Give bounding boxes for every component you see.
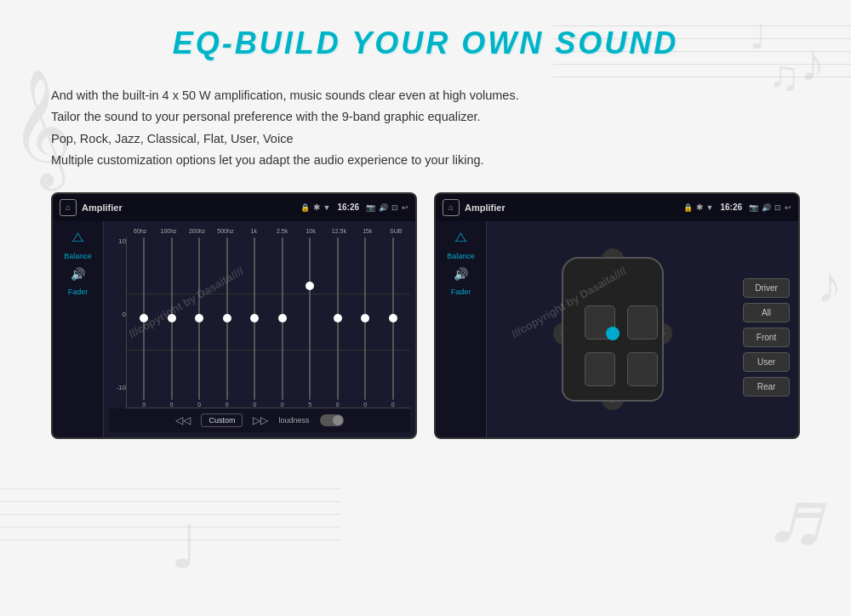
lock-icon-r: 🔒	[683, 203, 693, 212]
camera-icon: 📷	[366, 203, 375, 212]
bt-icon-r: ✱	[696, 202, 703, 212]
freq-sub: SUB	[384, 228, 408, 234]
screens-container: ⌂ Amplifier 🔒 ✱ ▼ 16:26 📷 🔊 ⊡ ↩ ⧍	[51, 192, 800, 439]
freq-12-5k: 12.5k	[327, 228, 351, 234]
signal-icon-r: ▼	[706, 203, 714, 212]
car-diagram: ▲ ▼ ◀ ▶	[553, 248, 672, 410]
seat-rear-left	[585, 352, 615, 386]
eq-val-3: 0	[197, 402, 201, 408]
fader-status-icons: 🔒 ✱ ▼ 16:26 📷 🔊 ⊡ ↩	[683, 202, 792, 212]
eq-top-bar: ⌂ Amplifier 🔒 ✱ ▼ 16:26 📷 🔊 ⊡ ↩	[53, 194, 415, 221]
freq-10k: 10k	[299, 228, 323, 234]
eq-band-3[interactable]: 0	[189, 237, 209, 408]
driver-button[interactable]: Driver	[743, 278, 790, 298]
bt-icon: ✱	[313, 202, 320, 212]
eq-screen: ⌂ Amplifier 🔒 ✱ ▼ 16:26 📷 🔊 ⊡ ↩ ⧍	[51, 192, 417, 439]
eq-bottom-bar: ◁◁ Custom ▷▷ loudness	[109, 408, 410, 432]
eq-band-9[interactable]: 0	[355, 237, 375, 408]
y-label-0: 0	[109, 311, 126, 318]
slider-handle-10[interactable]	[389, 314, 397, 322]
fader-screen-title: Amplifier	[465, 202, 678, 213]
desc-line-2: Tailor the sound to your personal prefer…	[51, 106, 749, 128]
eq-band-8[interactable]: 0	[328, 237, 348, 408]
balance-label-left: Balance	[64, 252, 92, 260]
seat-rear-right	[627, 352, 658, 386]
eq-sliders: 0 0	[127, 237, 410, 408]
eq-sliders-icon: ⧍	[71, 230, 84, 245]
volume-icon-left: 🔊	[71, 267, 85, 281]
y-label-10: 10	[109, 237, 126, 245]
expand-icon-r: ⊡	[774, 203, 781, 212]
rear-button[interactable]: Rear	[743, 377, 790, 396]
music-note-decoration-br: ♬	[758, 460, 845, 571]
fader-time: 16:26	[720, 202, 742, 212]
freq-500hz: 500hz	[214, 228, 237, 234]
slider-handle-1[interactable]	[140, 314, 148, 322]
eq-band-5[interactable]: 0	[244, 237, 265, 408]
all-button[interactable]: All	[743, 303, 790, 322]
eq-bars-container: 0 0	[126, 237, 410, 408]
eq-band-7[interactable]: 5	[300, 237, 320, 408]
loudness-toggle[interactable]	[320, 414, 344, 426]
home-icon-right[interactable]: ⌂	[443, 199, 460, 216]
eq-status-icons: 🔒 ✱ ▼ 16:26 📷 🔊 ⊡ ↩	[300, 202, 409, 212]
eq-band-4[interactable]: 0	[217, 237, 237, 408]
freq-1k: 1k	[242, 228, 266, 234]
eq-band-10[interactable]: 0	[383, 237, 403, 408]
slider-handle-9[interactable]	[361, 314, 369, 322]
staff-lines-bottom	[0, 488, 340, 590]
slider-handle-3[interactable]	[195, 314, 203, 322]
balance-center-indicator	[606, 327, 620, 340]
home-icon[interactable]: ⌂	[60, 199, 77, 216]
volume-icon: 🔊	[379, 203, 388, 212]
desc-line-3: Pop, Rock, Jazz, Classical, Flat, User, …	[51, 128, 749, 150]
slider-handle-7[interactable]	[306, 282, 314, 290]
user-button[interactable]: User	[743, 352, 790, 372]
slider-handle-4[interactable]	[223, 314, 231, 322]
desc-line-4: Multiple customization options let you a…	[51, 150, 749, 171]
eq-band-1[interactable]: 0	[134, 237, 154, 408]
loudness-label: loudness	[278, 416, 309, 425]
eq-val-9: 0	[363, 402, 367, 408]
eq-band-6[interactable]: 0	[272, 237, 293, 408]
freq-15k: 15k	[356, 228, 380, 234]
eq-time: 16:26	[337, 202, 359, 212]
eq-y-labels: 10 0 -10	[109, 237, 126, 408]
prev-arrow[interactable]: ◁◁	[175, 414, 191, 426]
signal-icon: ▼	[323, 203, 331, 212]
eq-val-10: 0	[391, 402, 395, 408]
fader-left-panel: ⧍ Balance 🔊 Fader	[436, 221, 487, 437]
slider-handle-5[interactable]	[250, 314, 259, 322]
volume-icon-right: 🔊	[454, 267, 468, 281]
seat-front-right	[627, 305, 658, 339]
slider-handle-6[interactable]	[278, 314, 287, 322]
eq-band-2[interactable]: 0	[162, 237, 182, 408]
eq-val-2: 0	[170, 402, 174, 408]
slider-handle-8[interactable]	[334, 314, 342, 322]
eq-chart-area: 10 0 -10	[109, 237, 410, 408]
eq-preset-button[interactable]: Custom	[201, 414, 243, 427]
freq-200hz: 200hz	[185, 228, 208, 234]
back-icon: ↩	[402, 203, 408, 212]
page-title: EQ-BUILD YOUR OWN SOUND	[51, 26, 800, 61]
fader-label-left: Fader	[68, 288, 89, 296]
fader-label-right: Fader	[451, 288, 471, 296]
back-icon-r: ↩	[785, 203, 791, 212]
volume-icon-r: 🔊	[762, 203, 771, 212]
next-arrow[interactable]: ▷▷	[253, 414, 268, 426]
eq-val-1: 0	[142, 402, 146, 408]
freq-100hz: 100hz	[157, 228, 180, 234]
front-button[interactable]: Front	[743, 328, 790, 347]
slider-handle-2[interactable]	[168, 314, 176, 322]
speaker-option-buttons: Driver All Front User Rear	[739, 221, 798, 437]
fader-screen: ⌂ Amplifier 🔒 ✱ ▼ 16:26 📷 🔊 ⊡ ↩ ⧍	[434, 192, 800, 439]
fader-top-bar: ⌂ Amplifier 🔒 ✱ ▼ 16:26 📷 🔊 ⊡ ↩	[436, 194, 798, 221]
camera-icon-r: 📷	[749, 203, 758, 212]
lock-icon: 🔒	[300, 203, 310, 212]
eq-freq-labels: 60hz 100hz 200hz 500hz 1k 2.5k 10k 12.5k…	[109, 228, 410, 234]
balance-label-right: Balance	[447, 252, 475, 260]
eq-val-4: 0	[226, 402, 229, 408]
fader-main-area: ▲ ▼ ◀ ▶	[487, 221, 739, 437]
fader-content-area: ⧍ Balance 🔊 Fader ▲ ▼ ◀ ▶	[436, 221, 798, 437]
eq-screen-title: Amplifier	[82, 202, 295, 213]
